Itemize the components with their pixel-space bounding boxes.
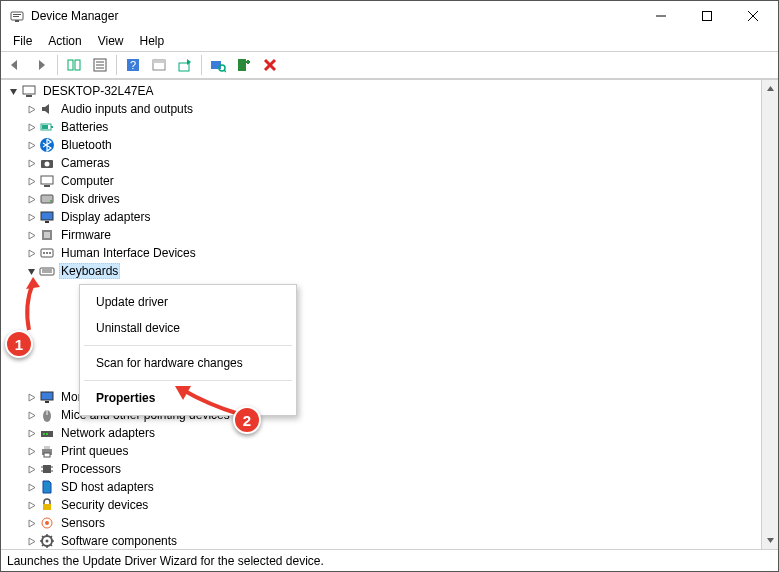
svg-rect-17 xyxy=(153,60,165,63)
expander-icon[interactable] xyxy=(23,249,39,258)
tree-node-label: SD host adapters xyxy=(59,480,156,494)
svg-rect-29 xyxy=(42,125,48,129)
tree-node[interactable]: Keyboards xyxy=(1,262,778,280)
expander-icon[interactable] xyxy=(23,231,39,240)
minimize-button[interactable] xyxy=(638,1,684,31)
expander-icon[interactable] xyxy=(23,537,39,546)
tree-node[interactable]: Processors xyxy=(1,460,778,478)
expander-icon[interactable] xyxy=(23,213,39,222)
toolbar: ? xyxy=(1,51,778,79)
tree-node[interactable]: Batteries xyxy=(1,118,778,136)
expander-icon[interactable] xyxy=(23,429,39,438)
tree-node[interactable]: Cameras xyxy=(1,154,778,172)
help-button[interactable]: ? xyxy=(121,53,145,77)
tree-node-label: Human Interface Devices xyxy=(59,246,198,260)
context-menu-item[interactable]: Update driver xyxy=(82,289,294,315)
scroll-down-icon[interactable] xyxy=(762,532,778,549)
tree-node[interactable]: Audio inputs and outputs xyxy=(1,100,778,118)
vertical-scrollbar[interactable] xyxy=(761,80,778,549)
tree-node[interactable]: Software components xyxy=(1,532,778,549)
audio-icon xyxy=(39,101,55,117)
monitor-icon xyxy=(39,389,55,405)
back-button[interactable] xyxy=(3,53,27,77)
tree-node[interactable]: Sensors xyxy=(1,514,778,532)
expander-icon[interactable] xyxy=(23,141,39,150)
expander-icon[interactable] xyxy=(23,159,39,168)
device-manager-window: Device Manager File Action View Help ? xyxy=(0,0,779,572)
expander-icon[interactable] xyxy=(23,393,39,402)
tree-node-label: Sensors xyxy=(59,516,107,530)
scroll-up-icon[interactable] xyxy=(762,80,778,97)
tree-node[interactable]: Display adapters xyxy=(1,208,778,226)
battery-icon xyxy=(39,119,55,135)
expander-icon[interactable] xyxy=(23,195,39,204)
tree-node[interactable]: Human Interface Devices xyxy=(1,244,778,262)
add-legacy-hardware-button[interactable] xyxy=(232,53,256,77)
svg-point-43 xyxy=(46,252,48,254)
expander-icon[interactable] xyxy=(23,465,39,474)
bluetooth-icon xyxy=(39,137,55,153)
tree-node[interactable]: Disk drives xyxy=(1,190,778,208)
tree-node-label: Firmware xyxy=(59,228,113,242)
tree-root-label: DESKTOP-32L47EA xyxy=(41,84,156,98)
tree-node-label: Software components xyxy=(59,534,179,548)
properties-button[interactable] xyxy=(88,53,112,77)
tree-node[interactable]: Print queues xyxy=(1,442,778,460)
svg-rect-2 xyxy=(13,16,19,17)
expander-icon[interactable] xyxy=(23,177,39,186)
context-menu-item[interactable]: Scan for hardware changes xyxy=(82,350,294,376)
close-button[interactable] xyxy=(730,1,776,31)
action-toolbar-button[interactable] xyxy=(147,53,171,77)
scan-hardware-button[interactable] xyxy=(206,53,230,77)
tree-node-label: Network adapters xyxy=(59,426,157,440)
annotation-callout-2: 2 xyxy=(233,406,261,434)
tree-node-label: Display adapters xyxy=(59,210,152,224)
expander-icon[interactable] xyxy=(23,123,39,132)
expander-icon[interactable] xyxy=(23,519,39,528)
menu-help[interactable]: Help xyxy=(132,32,173,50)
svg-rect-57 xyxy=(44,453,50,457)
tree-root[interactable]: DESKTOP-32L47EA xyxy=(1,82,778,100)
tree-node[interactable]: Bluetooth xyxy=(1,136,778,154)
menu-file[interactable]: File xyxy=(5,32,40,50)
context-menu-item[interactable]: Uninstall device xyxy=(82,315,294,341)
svg-rect-8 xyxy=(68,60,73,70)
security-icon xyxy=(39,497,55,513)
svg-rect-48 xyxy=(41,392,53,400)
status-text: Launches the Update Driver Wizard for th… xyxy=(7,554,324,568)
expander-icon[interactable] xyxy=(23,411,39,420)
expander-icon[interactable] xyxy=(23,447,39,456)
svg-rect-56 xyxy=(44,446,50,449)
show-hide-console-button[interactable] xyxy=(62,53,86,77)
tree-node[interactable]: Computer xyxy=(1,172,778,190)
svg-rect-22 xyxy=(238,59,246,71)
maximize-button[interactable] xyxy=(684,1,730,31)
tree-node[interactable]: Security devices xyxy=(1,496,778,514)
svg-text:?: ? xyxy=(130,59,136,71)
context-menu-separator xyxy=(84,345,292,346)
svg-point-53 xyxy=(43,433,45,435)
tree-node-label: Keyboards xyxy=(59,263,120,279)
expander-icon[interactable] xyxy=(23,105,39,114)
svg-rect-1 xyxy=(13,14,21,15)
menubar: File Action View Help xyxy=(1,31,778,51)
svg-line-21 xyxy=(224,70,226,72)
svg-point-44 xyxy=(49,252,51,254)
svg-rect-5 xyxy=(703,12,712,21)
svg-point-67 xyxy=(46,540,49,543)
expander-icon[interactable] xyxy=(5,87,21,96)
expander-icon[interactable] xyxy=(23,483,39,492)
svg-rect-33 xyxy=(41,176,53,184)
uninstall-device-button[interactable] xyxy=(258,53,282,77)
menu-action[interactable]: Action xyxy=(40,32,89,50)
tree-node[interactable]: Network adapters xyxy=(1,424,778,442)
svg-point-64 xyxy=(45,521,49,525)
tree-node[interactable]: SD host adapters xyxy=(1,478,778,496)
menu-view[interactable]: View xyxy=(90,32,132,50)
status-bar: Launches the Update Driver Wizard for th… xyxy=(1,549,778,571)
tree-node[interactable]: Firmware xyxy=(1,226,778,244)
update-driver-button[interactable] xyxy=(173,53,197,77)
forward-button[interactable] xyxy=(29,53,53,77)
svg-rect-38 xyxy=(45,221,49,223)
expander-icon[interactable] xyxy=(23,501,39,510)
